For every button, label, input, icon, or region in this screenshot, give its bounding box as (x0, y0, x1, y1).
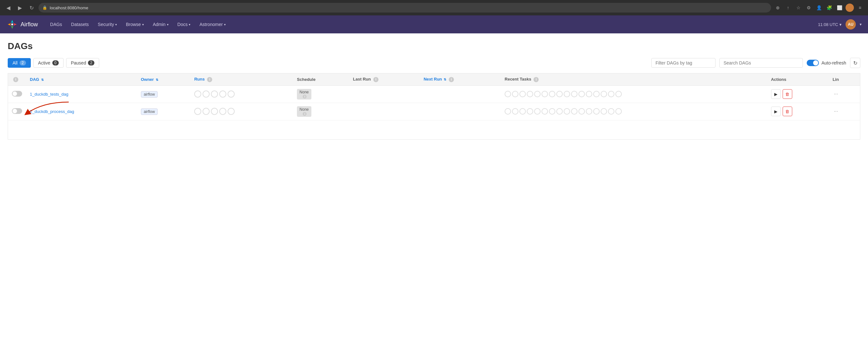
td-dag-name-1: 1_duckdb_tests_dag (26, 86, 137, 103)
actions-cell-1: ▶ 🗑 (771, 89, 825, 99)
nav-admin[interactable]: Admin ▾ (148, 15, 173, 33)
address-bar[interactable]: 🔒 localhost:8080/home (38, 3, 771, 12)
forward-button[interactable]: ▶ (16, 3, 24, 12)
refresh-button[interactable]: ↻ (850, 58, 860, 68)
dag-name-link-1[interactable]: 1_duckdb_tests_dag (30, 92, 68, 97)
task-circle (549, 108, 555, 114)
task-circle (586, 91, 592, 97)
run-circle (219, 91, 226, 98)
td-dag-name-2: 2_duckdb_process_dag (26, 103, 137, 120)
td-lastrun-1 (349, 86, 420, 103)
app-logo[interactable]: Airflow (6, 19, 38, 30)
td-schedule-1: None i (293, 86, 349, 103)
td-toggle-1 (8, 86, 26, 103)
td-actions-1: ▶ 🗑 (767, 86, 829, 103)
svg-marker-3 (8, 23, 11, 26)
filter-bar: All 2 Active 0 Paused 2 Auto-refresh ↻ (8, 58, 860, 68)
svg-marker-2 (11, 26, 13, 29)
browser-chrome: ◀ ▶ ↻ 🔒 localhost:8080/home ⊕ ↑ ☆ ⚙ 👤 🧩 … (0, 0, 868, 15)
td-links-2: ··· (829, 103, 860, 120)
run-circle (194, 108, 201, 115)
nav-menu: DAGs Datasets Security ▾ Browse ▾ Admin … (45, 15, 818, 33)
task-circle (505, 108, 511, 114)
tab-all[interactable]: All 2 (8, 58, 31, 68)
auto-refresh-toggle[interactable] (807, 60, 819, 66)
td-actions-2: ▶ 🗑 (767, 103, 829, 120)
th-links: Lin (829, 73, 860, 86)
delete-button-2[interactable]: 🗑 (783, 106, 792, 116)
nav-browse[interactable]: Browse ▾ (121, 15, 148, 33)
user-chevron[interactable]: ▾ (860, 22, 862, 27)
run-circle (203, 91, 210, 98)
task-circles-2 (505, 108, 763, 114)
header-info-icon[interactable]: i (13, 77, 18, 82)
nav-docs[interactable]: Docs ▾ (173, 15, 195, 33)
tab-paused[interactable]: Paused 2 (66, 58, 99, 68)
task-circle (615, 91, 622, 97)
url-text: localhost:8080/home (50, 5, 88, 10)
play-button-2[interactable]: ▶ (771, 106, 781, 116)
task-circle (556, 91, 563, 97)
th-lastrun: Last Run i (349, 73, 420, 86)
task-circle (541, 108, 548, 114)
task-circle (541, 91, 548, 97)
schedule-badge-1: None i (297, 89, 311, 99)
search-dags-input[interactable] (719, 58, 803, 68)
tab-active[interactable]: Active 0 (33, 58, 64, 68)
th-dag[interactable]: DAG ⇅ (26, 73, 137, 86)
td-nextrun-1 (420, 86, 501, 103)
recenttasks-info-icon[interactable]: i (533, 77, 539, 82)
user-avatar[interactable]: AU (845, 19, 856, 30)
lastrun-info-icon[interactable]: i (373, 77, 378, 82)
task-circle (527, 108, 533, 114)
settings-button[interactable]: ⚙ (804, 3, 813, 12)
task-circle (519, 91, 526, 97)
schedule-info-icon-1[interactable]: i (303, 95, 307, 99)
th-owner[interactable]: Owner ⇅ (137, 73, 191, 86)
more-button-2[interactable]: ··· (833, 108, 839, 114)
delete-button-1[interactable]: 🗑 (783, 89, 792, 99)
filter-tags-input[interactable] (651, 58, 715, 68)
user-avatar-browser[interactable] (845, 3, 854, 12)
reload-button[interactable]: ↻ (27, 3, 36, 12)
task-circle (549, 91, 555, 97)
puzzle-button[interactable]: 🧩 (825, 3, 833, 12)
share-button[interactable]: ↑ (784, 3, 792, 12)
td-schedule-2: None i (293, 103, 349, 120)
th-nextrun[interactable]: Next Run ⇅ i (420, 73, 501, 86)
tab-paused-label: Paused (71, 60, 86, 65)
td-owner-2: airflow (137, 103, 191, 120)
runs-info-icon[interactable]: i (207, 77, 212, 82)
nav-datasets[interactable]: Datasets (66, 15, 93, 33)
profile-button[interactable]: 👤 (815, 3, 823, 12)
td-tasks-1 (501, 86, 767, 103)
back-button[interactable]: ◀ (4, 3, 13, 12)
lock-icon: 🔒 (42, 5, 47, 10)
time-text: 11:08 UTC (818, 22, 838, 27)
zoom-button[interactable]: ⊕ (774, 3, 782, 12)
task-circle (586, 108, 592, 114)
dag-toggle-1[interactable] (12, 91, 22, 97)
task-circle (564, 91, 570, 97)
dag-toggle-2[interactable] (12, 108, 22, 114)
nav-dags[interactable]: DAGs (45, 15, 66, 33)
nav-security[interactable]: Security ▾ (93, 15, 122, 33)
task-circle (512, 108, 519, 114)
time-chevron: ▾ (839, 22, 842, 27)
page-title: DAGs (8, 41, 860, 51)
owner-badge-1: airflow (141, 91, 158, 98)
dag-name-link-2[interactable]: 2_duckdb_process_dag (30, 109, 74, 114)
nextrun-info-icon[interactable]: i (449, 77, 454, 82)
task-circle (534, 91, 540, 97)
window-button[interactable]: ⬜ (835, 3, 844, 12)
task-circle (608, 108, 614, 114)
bookmark-button[interactable]: ☆ (794, 3, 803, 12)
time-display[interactable]: 11:08 UTC ▾ (818, 22, 842, 27)
td-runs-1 (190, 86, 293, 103)
td-links-1: ··· (829, 86, 860, 103)
play-button-1[interactable]: ▶ (771, 89, 781, 99)
more-button-1[interactable]: ··· (833, 91, 839, 97)
menu-button[interactable]: ≡ (856, 3, 864, 12)
nav-astronomer[interactable]: Astronomer ▾ (195, 15, 230, 33)
schedule-info-icon-2[interactable]: i (303, 112, 307, 116)
